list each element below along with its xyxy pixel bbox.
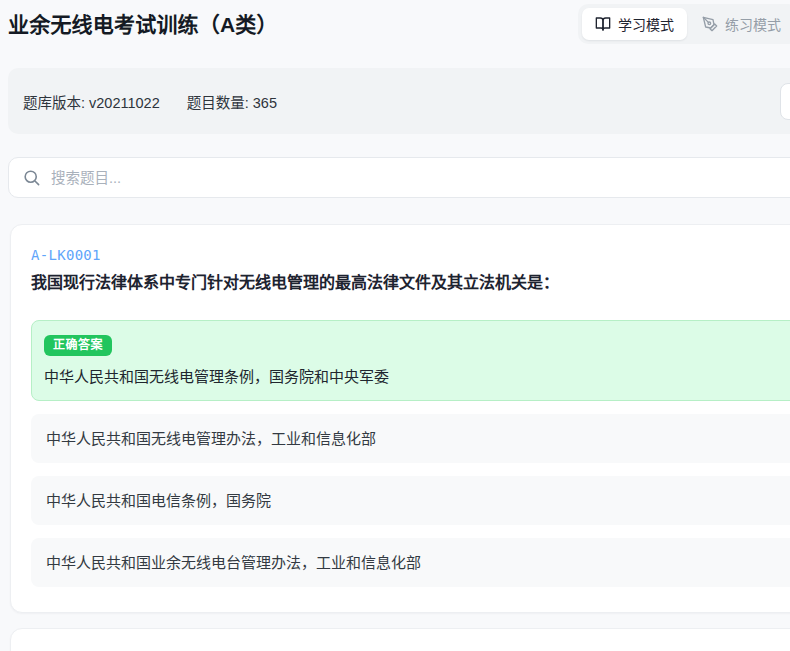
question-card: A-LK0001 我国现行法律体系中专门针对无线电管理的最高法律文件及其立法机关…: [10, 224, 790, 613]
study-mode-label: 学习模式: [618, 14, 674, 34]
correct-answer-badge: 正确答案: [44, 335, 112, 356]
answer-option[interactable]: 中华人民共和国电信条例，国务院: [31, 476, 790, 525]
mode-toggle: 学习模式 练习模式: [578, 4, 790, 44]
search-input[interactable]: [9, 158, 790, 197]
answer-option-text: 中华人民共和国无线电管理办法，工业和信息化部: [46, 428, 790, 449]
options-list: 正确答案 中华人民共和国无线电管理条例，国务院和中央军委 中华人民共和国无线电管…: [31, 320, 790, 587]
book-icon: [595, 16, 611, 32]
answer-option-text: 中华人民共和国业余无线电台管理办法，工业和信息化部: [46, 552, 790, 573]
question-text: 我国现行法律体系中专门针对无线电管理的最高法律文件及其立法机关是：: [31, 272, 790, 294]
pen-tool-icon: [702, 16, 718, 32]
answer-option[interactable]: 中华人民共和国业余无线电台管理办法，工业和信息化部: [31, 538, 790, 587]
search-box: [8, 157, 790, 198]
answer-option[interactable]: 中华人民共和国无线电管理办法，工业和信息化部: [31, 414, 790, 463]
question-id: A-LK0001: [31, 247, 790, 263]
answer-option-text: 中华人民共和国电信条例，国务院: [46, 490, 790, 511]
bank-version-label: 题库版本: v20211022: [23, 91, 160, 112]
answer-option[interactable]: 正确答案 中华人民共和国无线电管理条例，国务院和中央军委: [31, 320, 790, 401]
question-count-label: 题目数量: 365: [187, 91, 277, 112]
practice-mode-label: 练习模式: [725, 14, 781, 34]
next-question-card: [10, 628, 790, 651]
study-mode-button[interactable]: 学习模式: [582, 8, 687, 40]
page-title: 业余无线电考试训练（A类）: [8, 8, 278, 38]
info-bar-side-button[interactable]: [780, 83, 790, 120]
answer-option-text: 中华人民共和国无线电管理条例，国务院和中央军委: [44, 366, 790, 387]
question-bank-info-bar: 题库版本: v20211022 题目数量: 365: [8, 68, 790, 134]
practice-mode-button[interactable]: 练习模式: [689, 8, 790, 40]
search-icon: [22, 168, 41, 191]
